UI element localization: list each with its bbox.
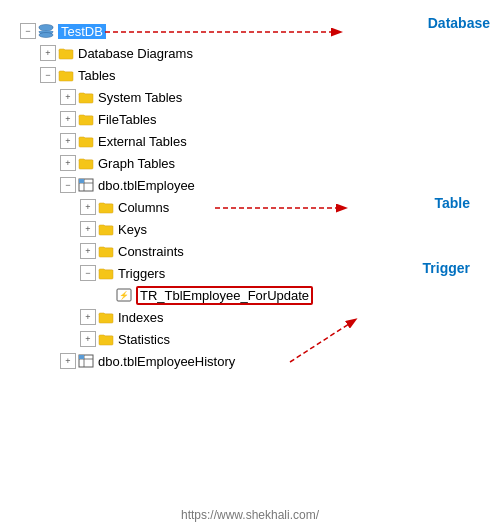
node-filetables[interactable]: FileTables bbox=[60, 108, 480, 130]
expander-columns[interactable] bbox=[80, 199, 96, 215]
footer-url: https://www.shekhali.com/ bbox=[181, 508, 319, 522]
svg-rect-23 bbox=[79, 355, 84, 359]
footer: https://www.shekhali.com/ bbox=[0, 500, 500, 530]
folder-icon-constraints bbox=[98, 244, 114, 258]
expander-graph-tables[interactable] bbox=[60, 155, 76, 171]
folder-icon-filetables bbox=[78, 112, 94, 126]
svg-rect-19 bbox=[99, 336, 113, 345]
table-icon-employee bbox=[78, 178, 94, 192]
indexes-label: Indexes bbox=[118, 310, 164, 325]
statistics-label: Statistics bbox=[118, 332, 170, 347]
tree-area: TestDB Database Diagrams Tables bbox=[0, 10, 500, 500]
system-tables-label: System Tables bbox=[98, 90, 182, 105]
expander-triggers[interactable] bbox=[80, 265, 96, 281]
expander-filetables[interactable] bbox=[60, 111, 76, 127]
svg-rect-18 bbox=[99, 314, 113, 323]
triggers-label: Triggers bbox=[118, 266, 165, 281]
expander-tbl-employee-history[interactable] bbox=[60, 353, 76, 369]
expander-tables[interactable] bbox=[40, 67, 56, 83]
tr-update-label: TR_TblEmployee_ForUpdate bbox=[136, 286, 313, 305]
folder-icon-indexes bbox=[98, 310, 114, 324]
expander-db-diagrams[interactable] bbox=[40, 45, 56, 61]
folder-icon-statistics bbox=[98, 332, 114, 346]
expander-keys[interactable] bbox=[80, 221, 96, 237]
node-statistics[interactable]: Statistics bbox=[80, 328, 480, 350]
node-columns[interactable]: Columns bbox=[80, 196, 480, 218]
svg-rect-2 bbox=[59, 50, 73, 59]
node-tr-update[interactable]: ⚡ TR_TblEmployee_ForUpdate bbox=[100, 284, 480, 306]
node-triggers[interactable]: Triggers bbox=[80, 262, 480, 284]
svg-rect-7 bbox=[79, 160, 93, 169]
expander-testdb[interactable] bbox=[20, 23, 36, 39]
svg-rect-6 bbox=[79, 138, 93, 147]
expander-external-tables[interactable] bbox=[60, 133, 76, 149]
database-icon bbox=[38, 24, 54, 38]
svg-rect-13 bbox=[99, 226, 113, 235]
filetables-label: FileTables bbox=[98, 112, 157, 127]
table-icon-employee-history bbox=[78, 354, 94, 368]
svg-rect-15 bbox=[99, 270, 113, 279]
folder-icon-tables bbox=[58, 68, 74, 82]
folder-icon-external-tables bbox=[78, 134, 94, 148]
svg-rect-11 bbox=[79, 179, 84, 183]
svg-rect-5 bbox=[79, 116, 93, 125]
graph-tables-label: Graph Tables bbox=[98, 156, 175, 171]
columns-label: Columns bbox=[118, 200, 169, 215]
node-constraints[interactable]: Constraints bbox=[80, 240, 480, 262]
svg-rect-4 bbox=[79, 94, 93, 103]
folder-icon-db-diagrams bbox=[58, 46, 74, 60]
tables-label: Tables bbox=[78, 68, 116, 83]
node-external-tables[interactable]: External Tables bbox=[60, 130, 480, 152]
node-db-diagrams[interactable]: Database Diagrams bbox=[40, 42, 480, 64]
tbl-employee-history-label: dbo.tblEmployeeHistory bbox=[98, 354, 235, 369]
expander-statistics[interactable] bbox=[80, 331, 96, 347]
keys-label: Keys bbox=[118, 222, 147, 237]
svg-rect-3 bbox=[59, 72, 73, 81]
constraints-label: Constraints bbox=[118, 244, 184, 259]
node-testdb[interactable]: TestDB bbox=[20, 20, 480, 42]
node-tbl-employee[interactable]: dbo.tblEmployee bbox=[60, 174, 480, 196]
expander-constraints[interactable] bbox=[80, 243, 96, 259]
node-tbl-employee-history[interactable]: dbo.tblEmployeeHistory bbox=[60, 350, 480, 372]
svg-text:⚡: ⚡ bbox=[119, 290, 129, 300]
folder-icon-graph-tables bbox=[78, 156, 94, 170]
db-diagrams-label: Database Diagrams bbox=[78, 46, 193, 61]
node-indexes[interactable]: Indexes bbox=[80, 306, 480, 328]
trigger-icon: ⚡ bbox=[116, 288, 132, 302]
node-keys[interactable]: Keys bbox=[80, 218, 480, 240]
testdb-label: TestDB bbox=[58, 24, 106, 39]
folder-icon-keys bbox=[98, 222, 114, 236]
expander-system-tables[interactable] bbox=[60, 89, 76, 105]
svg-rect-14 bbox=[99, 248, 113, 257]
expander-indexes[interactable] bbox=[80, 309, 96, 325]
node-tables[interactable]: Tables bbox=[40, 64, 480, 86]
tbl-employee-label: dbo.tblEmployee bbox=[98, 178, 195, 193]
folder-icon-system-tables bbox=[78, 90, 94, 104]
folder-icon-columns bbox=[98, 200, 114, 214]
external-tables-label: External Tables bbox=[98, 134, 187, 149]
main-container: TestDB Database Diagrams Tables bbox=[0, 0, 500, 530]
folder-icon-triggers bbox=[98, 266, 114, 280]
svg-rect-12 bbox=[99, 204, 113, 213]
node-system-tables[interactable]: System Tables bbox=[60, 86, 480, 108]
svg-point-1 bbox=[39, 33, 53, 38]
expander-tbl-employee[interactable] bbox=[60, 177, 76, 193]
node-graph-tables[interactable]: Graph Tables bbox=[60, 152, 480, 174]
